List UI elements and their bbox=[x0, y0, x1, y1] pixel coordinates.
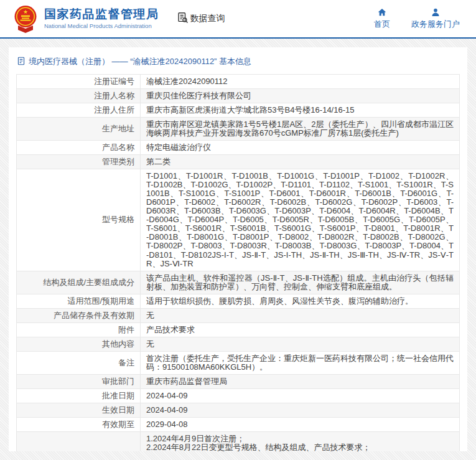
row-label: 管理类别 bbox=[17, 155, 141, 169]
table-row: 审批部门重庆市药品监督管理局 bbox=[17, 374, 460, 388]
nav-portal[interactable]: 政务服务门户 bbox=[411, 7, 460, 30]
row-label: 产品储存条件及有效期 bbox=[17, 308, 141, 322]
row-label: 生产地址 bbox=[17, 118, 141, 141]
table-row: 适用范围/预期用途适用于软组织损伤、腰肌劳损、肩周炎、风湿性关节炎、腹泻的辅助治… bbox=[17, 294, 460, 308]
site-header: ★ 国家药品监督管理局 National Medical Products Ad… bbox=[0, 0, 476, 39]
row-value: 2029-04-08 bbox=[141, 417, 460, 431]
row-value: 第二类 bbox=[141, 155, 460, 169]
row-value: 适用于软组织损伤、腰肌劳损、肩周炎、风湿性关节炎、腹泻的辅助治疗。 bbox=[141, 294, 460, 308]
agency-title-en: National Medical Products Administration bbox=[44, 22, 159, 29]
row-label: 产品名称 bbox=[17, 141, 141, 155]
agency-titles: 国家药品监督管理局 National Medical Products Admi… bbox=[44, 8, 159, 29]
row-value: 该产品由主机、软件和遥控器（JS-Ⅱ-T、JS-Ⅱ-TH选配）组成。主机由治疗头… bbox=[141, 271, 460, 294]
row-label: 结构及组成/主要组成成分 bbox=[17, 271, 141, 294]
table-row: 注册证编号渝械注准20242090112 bbox=[17, 75, 460, 89]
row-label bbox=[17, 431, 141, 451]
row-label: 批准日期 bbox=[17, 388, 141, 403]
row-label: 备注 bbox=[17, 351, 141, 374]
agency-logo-group: ★ 国家药品监督管理局 National Medical Products Ad… bbox=[12, 4, 159, 33]
row-value: 无 bbox=[141, 308, 460, 322]
table-row: 附件产品技术要求 bbox=[17, 322, 460, 337]
table-row: 管理类别第二类 bbox=[17, 155, 460, 169]
nav-portal-label: 政务服务门户 bbox=[411, 19, 460, 30]
row-value: 产品技术要求 bbox=[141, 322, 460, 337]
data-query-link[interactable]: 数据查询 bbox=[177, 12, 225, 26]
row-value: 1.2024年4月9日首次注册； 2.2024年8月22日变更型号规格、结构及组… bbox=[141, 431, 460, 451]
table-row: 产品名称特定电磁波治疗仪 bbox=[17, 141, 460, 155]
row-value: 2024-04-09 bbox=[141, 403, 460, 417]
table-row: 产品储存条件及有效期无 bbox=[17, 308, 460, 322]
row-value: 渝械注准20242090112 bbox=[141, 75, 460, 89]
row-label: 生效日期 bbox=[17, 403, 141, 417]
row-value: 重庆市高新区虎溪街道大学城北路53号B4号楼16-14/16-15 bbox=[141, 103, 460, 118]
info-table: 注册证编号渝械注准20242090112注册人名称重庆贝佳伦医疗科技有限公司注册… bbox=[16, 74, 460, 451]
table-row: 1.2024年4月9日首次注册； 2.2024年8月22日变更型号规格、结构及组… bbox=[17, 431, 460, 451]
row-value: 2024-04-09 bbox=[141, 388, 460, 403]
data-query-label: 数据查询 bbox=[190, 13, 225, 24]
info-table-body: 注册证编号渝械注准20242090112注册人名称重庆贝佳伦医疗科技有限公司注册… bbox=[17, 75, 460, 452]
table-row: 其他内容无 bbox=[17, 337, 460, 351]
table-row: 批准日期2024-04-09 bbox=[17, 388, 460, 403]
table-row: 有效期至2029-04-08 bbox=[17, 417, 460, 431]
row-value: 首次注册（委托生产，受托生产企业：重庆炬新一医药科技有限公司；统一社会信用代码：… bbox=[141, 351, 460, 374]
row-value: 重庆市药品监督管理局 bbox=[141, 374, 460, 388]
row-label: 注册证编号 bbox=[17, 75, 141, 89]
table-row: 注册人名称重庆贝佳伦医疗科技有限公司 bbox=[17, 89, 460, 103]
svg-text:★: ★ bbox=[23, 9, 28, 15]
national-emblem-icon: ★ bbox=[12, 4, 39, 33]
table-row: 注册人住所重庆市高新区虎溪街道大学城北路53号B4号楼16-14/16-15 bbox=[17, 103, 460, 118]
document-icon bbox=[17, 57, 26, 67]
row-label: 附件 bbox=[17, 322, 141, 337]
document-search-icon bbox=[177, 12, 189, 26]
row-value: T-D1001、T-D1001R、T-D1001B、T-D1001G、T-D10… bbox=[141, 169, 460, 271]
row-label: 有效期至 bbox=[17, 417, 141, 431]
row-label: 审批部门 bbox=[17, 374, 141, 388]
row-value: 重庆贝佳伦医疗科技有限公司 bbox=[141, 89, 460, 103]
breadcrumb: 境内医疗器械（注册） —— “渝械注准20242090112” 基本信息 bbox=[16, 52, 460, 74]
row-value: 无 bbox=[141, 337, 460, 351]
agency-title-cn: 国家药品监督管理局 bbox=[44, 8, 159, 21]
row-value: 特定电磁波治疗仪 bbox=[141, 141, 460, 155]
nav-home[interactable]: 首页 bbox=[374, 7, 390, 30]
row-label: 型号规格 bbox=[17, 169, 141, 271]
home-icon bbox=[377, 7, 387, 17]
table-row: 生产地址重庆市南岸区迎龙镇美家路1号5号楼1层A区、2层（委托生产）、四川省成都… bbox=[17, 118, 460, 141]
breadcrumb-text: 境内医疗器械（注册） —— “渝械注准20242090112” 基本信息 bbox=[29, 56, 251, 67]
row-label: 注册人住所 bbox=[17, 103, 141, 118]
content-box: 境内医疗器械（注册） —— “渝械注准20242090112” 基本信息 注册证… bbox=[9, 47, 467, 451]
page-body: 境内医疗器械（注册） —— “渝械注准20242090112” 基本信息 注册证… bbox=[0, 39, 476, 460]
table-row: 生效日期2024-04-09 bbox=[17, 403, 460, 417]
row-label: 注册人名称 bbox=[17, 89, 141, 103]
user-icon bbox=[431, 7, 441, 17]
nav-home-label: 首页 bbox=[374, 19, 390, 30]
table-row: 型号规格T-D1001、T-D1001R、T-D1001B、T-D1001G、T… bbox=[17, 169, 460, 271]
table-row: 结构及组成/主要组成成分该产品由主机、软件和遥控器（JS-Ⅱ-T、JS-Ⅱ-TH… bbox=[17, 271, 460, 294]
row-label: 适用范围/预期用途 bbox=[17, 294, 141, 308]
row-value: 重庆市南岸区迎龙镇美家路1号5号楼1层A区、2层（委托生产）、四川省成都市温江区… bbox=[141, 118, 460, 141]
header-nav: 首页 政务服务门户 bbox=[374, 7, 466, 30]
table-row: 备注首次注册（委托生产，受托生产企业：重庆炬新一医药科技有限公司；统一社会信用代… bbox=[17, 351, 460, 374]
row-label: 其他内容 bbox=[17, 337, 141, 351]
